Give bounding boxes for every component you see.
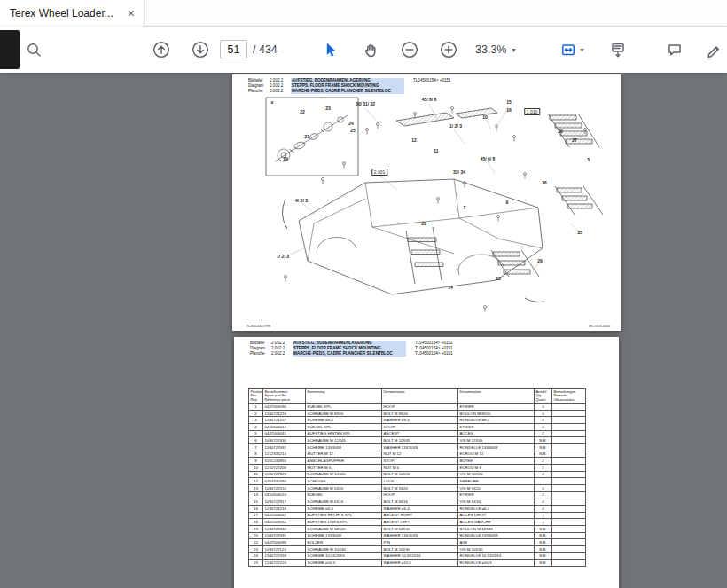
table-cell: BOLT M 12X45 <box>382 437 458 444</box>
table-cell: 10 <box>249 464 263 471</box>
drawing-number: TL450-441/7/98 <box>246 325 270 328</box>
table-cell: 5354330490 <box>263 478 306 485</box>
table-cell: ACCES GAUCHE <box>458 519 535 526</box>
table-cell <box>552 404 586 411</box>
table-cell: 19 <box>249 525 263 532</box>
fit-to-width-button[interactable]: ▾ <box>553 37 590 62</box>
table-row: 71340727091SCHEIBE 13X30X8WASHER 13X30X8… <box>249 443 586 451</box>
table-cell: 1240727220 <box>263 560 306 567</box>
diagram-callout: 5 <box>588 157 590 162</box>
pdf-viewport[interactable]: x30/ 31/ 3245/ 6/ 81/ 2/ 322232425151610… <box>0 73 727 588</box>
table-cell: 3 <box>249 417 263 424</box>
table-row: 40410506010BUEGEL KPL.HOOPETRIER4 <box>249 424 586 431</box>
table-cell: VIS M 10X20 <box>458 471 535 478</box>
hand-tool-button[interactable] <box>358 37 383 62</box>
side-panel-stub[interactable] <box>0 30 20 69</box>
tab-title: Terex Wheel Loader... <box>10 7 126 20</box>
zoom-in-button[interactable] <box>436 37 461 62</box>
table-cell <box>552 519 586 526</box>
table-cell <box>552 553 586 560</box>
table-row: 180447006052AUFSTIEG LINKS KPL.ASCENT LE… <box>249 519 586 526</box>
table-cell <box>535 478 552 485</box>
diagram-callout: 16 <box>506 107 512 113</box>
column-header: Denomination <box>458 389 535 404</box>
table-cell: SCHEIBE 13X30X8 <box>306 443 382 451</box>
previous-page-button[interactable] <box>149 37 174 62</box>
table-cell: N.B. <box>535 532 552 539</box>
zoom-out-button[interactable] <box>397 37 422 62</box>
column-header: AnzahlQtyQuant. <box>535 389 552 404</box>
comment-button[interactable] <box>662 37 687 62</box>
table-cell: 1340721218 <box>263 410 306 417</box>
table-cell: BOLT M 10X30 <box>382 545 458 553</box>
page-number-input[interactable] <box>220 40 247 59</box>
table-cell <box>552 512 586 519</box>
table-cell: WASHER ø6,4 <box>382 505 458 512</box>
tab-close-icon[interactable]: × <box>126 7 137 20</box>
table-cell: 1 <box>249 404 263 411</box>
browser-tab[interactable]: Terex Wheel Loader... × <box>0 0 145 27</box>
table-cell: 20 <box>249 532 263 539</box>
table-cell: 17 <box>249 512 263 519</box>
table-cell: 1340727259 <box>263 553 306 560</box>
table-row: 201340727091SCHEIBE 13X30X8WASHER 13X30X… <box>249 532 586 539</box>
header-row: Planche 2.002.2 MARCHE-PIEDS, CADRE PLAN… <box>248 89 451 94</box>
table-cell: SCHRAUBE M 12X45 <box>306 437 382 444</box>
table-cell: ACCES <box>458 430 535 437</box>
table-cell <box>552 491 586 498</box>
zoom-level-select[interactable]: 33.3% ▾ <box>475 27 515 73</box>
diagram-callout: 4/ 2/ 3 <box>295 198 308 203</box>
diagram-callout: 26 <box>558 129 563 134</box>
diagram-callout: 45/ 6/ 8 <box>481 156 496 161</box>
next-page-button[interactable] <box>188 37 213 62</box>
table-cell: BUEGEL KPL. <box>306 424 382 431</box>
diagram-callout: x <box>271 99 274 105</box>
pdf-page-1: x30/ 31/ 3245/ 6/ 81/ 2/ 322232425151610… <box>232 74 621 331</box>
table-cell: 12 <box>249 478 263 485</box>
page-view-button[interactable] <box>606 37 630 62</box>
table-cell: AUFSTIEG RECHTS KPL. <box>306 512 382 519</box>
table-cell: BOULON M 8X20 <box>458 410 535 417</box>
table-cell: 1340727091 <box>263 443 306 451</box>
table-cell: 0447006096 <box>263 404 306 411</box>
table-cell: BOULON M 12X45 <box>458 525 535 532</box>
diagram-callout: 30/ 31/ 32 <box>356 101 375 106</box>
table-cell: 1090727430 <box>263 525 306 532</box>
table-cell: SERRURE <box>458 478 535 485</box>
tab-strip: Terex Wheel Loader... × <box>0 0 727 27</box>
page-total-label: / 434 <box>253 27 278 73</box>
table-cell: SCHRAUBE M 5X20 <box>306 484 382 491</box>
table-cell <box>552 451 586 458</box>
table-row: 50447006041AUFSTIEG HINTEN KPL.ASCENTACC… <box>249 430 586 437</box>
table-cell: RONDELLE 10,5X25X4 <box>458 553 535 560</box>
table-cell: 11 <box>249 471 263 478</box>
table-row: 21340721218SCHRAUBE M 8X20BOLT M 8X20BOU… <box>249 410 586 417</box>
table-cell: 23 <box>249 545 263 553</box>
fit-to-width-icon <box>559 41 577 59</box>
table-cell: 4 <box>249 424 263 431</box>
table-cell: VIS M 6X16 <box>458 498 535 506</box>
diagram-callout: 24 <box>348 121 354 126</box>
diagram-callout: 33/ 34 <box>453 169 465 175</box>
diagram-callout: 1/ 2/ 3 <box>277 254 289 259</box>
select-tool-button[interactable] <box>317 37 342 62</box>
table-cell: RONDELLE 13X30X8 <box>458 532 535 539</box>
table-cell: 5 <box>249 430 263 437</box>
table-cell: WASHER 13X30X8 <box>382 443 458 451</box>
table-cell <box>552 539 586 546</box>
highlight-pen-button[interactable] <box>701 37 726 62</box>
table-cell <box>552 525 586 532</box>
table-cell: ANSCHLAGPUFFER <box>306 458 382 465</box>
table-row: 170447006051AUFSTIEG RECHTS KPL.ASCENT R… <box>249 512 586 519</box>
table-cell: 2 <box>535 491 552 498</box>
table-cell: AUFSTIEG HINTEN KPL. <box>306 430 382 437</box>
column-header: BemerkungenRemarksObservations <box>552 389 586 404</box>
plus-circle-icon <box>440 41 457 59</box>
search-button[interactable] <box>21 37 46 62</box>
table-cell: 2 <box>535 430 552 437</box>
table-cell: N.B. <box>535 539 552 546</box>
table-cell: PIN <box>382 539 458 546</box>
diagram-callout: 21 <box>304 134 309 139</box>
table-cell: 1212331214 <box>263 451 306 458</box>
table-cell: 0447006098 <box>263 539 306 546</box>
